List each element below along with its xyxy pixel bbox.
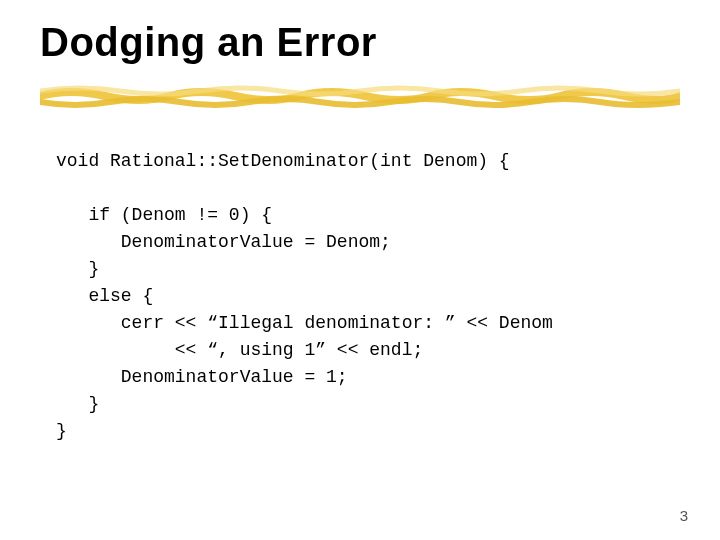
slide: Dodging an Error void Rational::SetDenom… (0, 0, 720, 540)
title-underline-icon (40, 82, 680, 110)
page-number: 3 (680, 507, 688, 524)
slide-title: Dodging an Error (40, 20, 377, 65)
code-block: void Rational::SetDenominator(int Denom)… (56, 148, 553, 445)
